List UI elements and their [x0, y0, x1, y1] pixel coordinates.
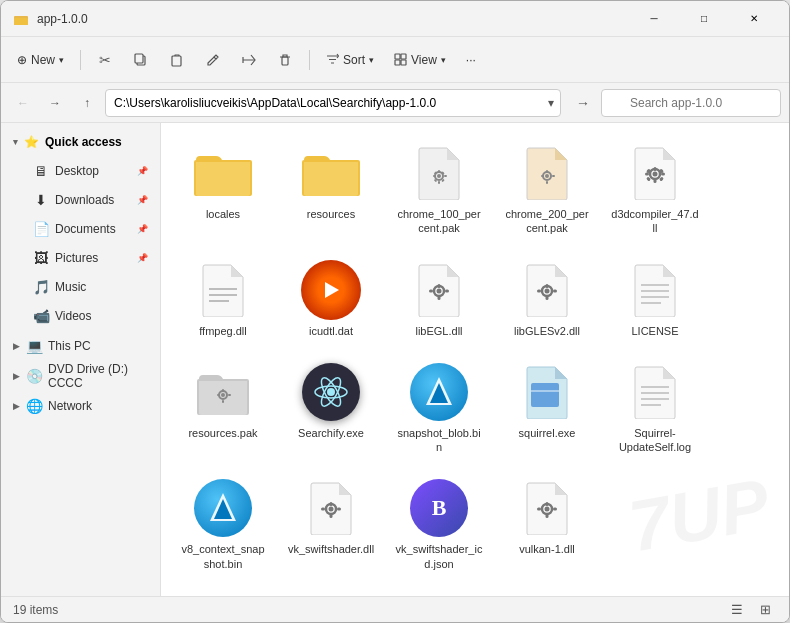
file-name-vulkan: vulkan-1.dll — [519, 542, 575, 556]
up-button[interactable]: ↑ — [73, 89, 101, 117]
maximize-button[interactable]: □ — [681, 4, 727, 34]
file-item-chrome100[interactable]: chrome_100_per cent.pak — [389, 135, 489, 244]
toolbar-divider-2 — [309, 50, 310, 70]
sort-chevron-icon: ▾ — [369, 55, 374, 65]
back-button[interactable]: ← — [9, 89, 37, 117]
copy-button[interactable] — [125, 44, 157, 76]
file-name-ffmpeg: ffmpeg.dll — [199, 324, 247, 338]
status-bar: 19 items ☰ ⊞ — [1, 596, 789, 622]
search-input[interactable] — [601, 89, 781, 117]
svg-rect-28 — [654, 167, 657, 171]
sort-button[interactable]: Sort ▾ — [318, 44, 382, 76]
file-item-resources[interactable]: resources — [281, 135, 381, 244]
svg-rect-51 — [553, 289, 557, 292]
svg-rect-68 — [531, 383, 559, 407]
svg-rect-79 — [330, 514, 333, 518]
rename-button[interactable] — [197, 44, 229, 76]
file-item-vulkan[interactable]: vulkan-1.dll — [497, 470, 597, 579]
file-item-d3dcompiler[interactable]: d3dcompiler_47.dll — [605, 135, 705, 244]
svg-rect-6 — [395, 54, 400, 59]
file-item-resources-pak[interactable]: resources.pak — [173, 354, 273, 463]
quick-access-text: Quick access — [45, 135, 122, 149]
sidebar-network-label: Network — [48, 399, 92, 413]
svg-rect-58 — [222, 389, 224, 392]
this-pc-chevron-icon: ▶ — [13, 341, 20, 351]
file-item-squirrel-log[interactable]: Squirrel-UpdateSelf.log — [605, 354, 705, 463]
svg-rect-78 — [330, 502, 333, 506]
close-button[interactable]: ✕ — [731, 4, 777, 34]
network-section: ▶ 🌐 Network — [1, 392, 160, 420]
svg-rect-7 — [401, 54, 406, 59]
file-item-libglesv2[interactable]: libGLESv2.dll — [497, 252, 597, 346]
paste-button[interactable] — [161, 44, 193, 76]
file-item-ffmpeg[interactable]: ffmpeg.dll — [173, 252, 273, 346]
file-name-icudtl: icudtl.dat — [309, 324, 353, 338]
new-button[interactable]: ⊕ New ▾ — [9, 44, 72, 76]
svg-rect-48 — [546, 284, 549, 288]
file-item-v8snapshot[interactable]: v8_context_snapshot.bin — [173, 470, 273, 579]
file-item-locales[interactable]: locales — [173, 135, 273, 244]
view-chevron-icon: ▾ — [441, 55, 446, 65]
more-button[interactable]: ··· — [458, 44, 484, 76]
svg-rect-49 — [546, 296, 549, 300]
file-icon-snapshot — [409, 362, 469, 422]
minimize-button[interactable]: ─ — [631, 4, 677, 34]
address-bar: ← → ↑ ▾ → 🔍 — [1, 83, 789, 123]
file-item-libegl[interactable]: libEGL.dll — [389, 252, 489, 346]
svg-point-77 — [329, 507, 334, 512]
refresh-button[interactable]: → — [569, 89, 597, 117]
delete-button[interactable] — [269, 44, 301, 76]
share-button[interactable] — [233, 44, 265, 76]
sidebar-item-downloads[interactable]: ⬇ Downloads 📌 — [5, 186, 156, 214]
file-name-squirrel-log: Squirrel-UpdateSelf.log — [611, 426, 699, 455]
sort-label: Sort — [343, 53, 365, 67]
sidebar-downloads-label: Downloads — [55, 193, 114, 207]
sidebar-item-documents[interactable]: 📄 Documents 📌 — [5, 215, 156, 243]
file-item-squirrel[interactable]: squirrel.exe — [497, 354, 597, 463]
file-item-searchify[interactable]: Searchify.exe — [281, 354, 381, 463]
sidebar-documents-label: Documents — [55, 222, 116, 236]
svg-rect-5 — [282, 57, 288, 65]
search-wrapper: 🔍 — [601, 89, 781, 117]
view-button[interactable]: View ▾ — [386, 44, 454, 76]
file-item-chrome200[interactable]: chrome_200_per cent.pak — [497, 135, 597, 244]
file-item-vkswiftshader-json[interactable]: B vk_swiftshader_icd.json — [389, 470, 489, 579]
detail-view-button[interactable]: ⊞ — [753, 599, 777, 621]
svg-rect-45 — [445, 289, 449, 292]
sidebar-item-music[interactable]: 🎵 Music — [5, 273, 156, 301]
list-view-button[interactable]: ☰ — [725, 599, 749, 621]
quick-access-header[interactable]: ▾ ⭐ Quick access — [5, 128, 156, 156]
file-item-icudtl[interactable]: icudtl.dat — [281, 252, 381, 346]
sidebar-item-pictures[interactable]: 🖼 Pictures 📌 — [5, 244, 156, 272]
sidebar-item-this-pc[interactable]: ▶ 💻 This PC — [5, 332, 156, 360]
forward-button[interactable]: → — [41, 89, 69, 117]
file-icon-vkswiftshader — [301, 478, 361, 538]
sidebar-item-desktop[interactable]: 🖥 Desktop 📌 — [5, 157, 156, 185]
sidebar-item-dvd[interactable]: ▶ 💿 DVD Drive (D:) CCCC — [5, 362, 156, 390]
this-pc-section: ▶ 💻 This PC — [1, 332, 160, 360]
sidebar-music-label: Music — [55, 280, 86, 294]
address-input[interactable] — [105, 89, 561, 117]
sidebar-item-network[interactable]: ▶ 🌐 Network — [5, 392, 156, 420]
svg-rect-85 — [546, 514, 549, 518]
pin-downloads-icon: 📌 — [137, 195, 148, 205]
sidebar-this-pc-label: This PC — [48, 339, 91, 353]
svg-rect-31 — [661, 173, 665, 176]
svg-rect-15 — [444, 175, 447, 177]
svg-rect-42 — [438, 284, 441, 288]
network-chevron-icon: ▶ — [13, 401, 20, 411]
address-dropdown-button[interactable]: ▾ — [537, 89, 565, 117]
svg-rect-4 — [172, 56, 181, 66]
file-name-squirrel: squirrel.exe — [519, 426, 576, 440]
file-item-vkswiftshader[interactable]: vk_swiftshader.dll — [281, 470, 381, 579]
file-item-license[interactable]: LICENSE — [605, 252, 705, 346]
dvd-chevron-icon: ▶ — [13, 371, 20, 381]
file-icon-locales — [193, 143, 253, 203]
cut-button[interactable]: ✂ — [89, 44, 121, 76]
file-name-resources-pak: resources.pak — [188, 426, 257, 440]
svg-rect-14 — [433, 175, 436, 177]
new-chevron-icon: ▾ — [59, 55, 64, 65]
sidebar-item-videos[interactable]: 📹 Videos — [5, 302, 156, 330]
view-label: View — [411, 53, 437, 67]
file-item-snapshot[interactable]: snapshot_blob.bin — [389, 354, 489, 463]
